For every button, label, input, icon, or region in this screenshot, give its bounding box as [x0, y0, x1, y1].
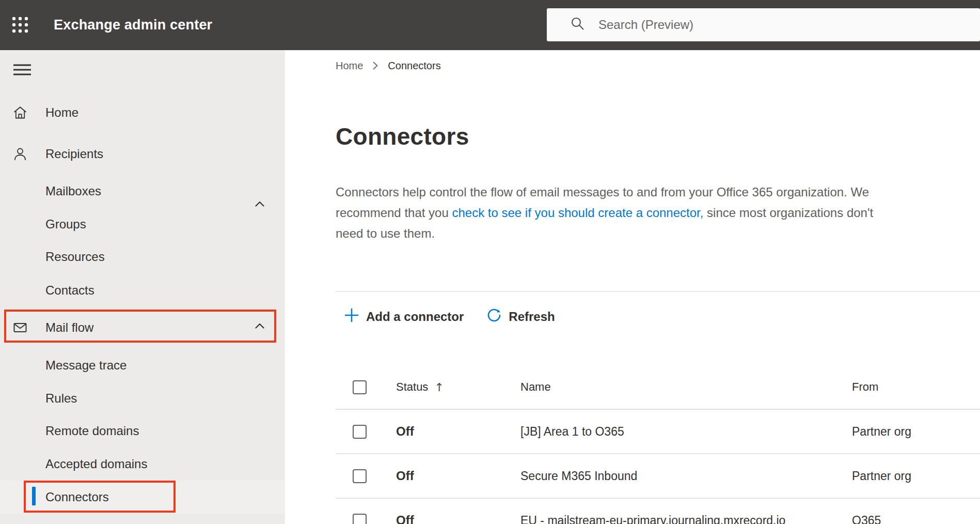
sidebar-item-home[interactable]: Home: [0, 96, 285, 129]
sidebar-item-message-trace[interactable]: Message trace: [0, 349, 285, 382]
main-content: Home Connectors Connectors Connectors he…: [285, 50, 980, 524]
search-icon: [547, 16, 586, 34]
row-checkbox[interactable]: [353, 514, 367, 524]
home-icon: [12, 105, 28, 120]
add-connector-button[interactable]: Add a connector: [344, 307, 464, 326]
sidebar-item-mail-flow[interactable]: Mail flow: [0, 311, 285, 344]
sidebar-item-label: Message trace: [45, 358, 127, 373]
connectors-table: Status ↑ Name From Off [JB] Area 1 to O3…: [336, 365, 980, 524]
breadcrumb: Home Connectors: [336, 59, 441, 72]
connector-status: Off: [396, 469, 520, 483]
select-all-checkbox[interactable]: [353, 380, 367, 394]
connector-from: Partner org: [852, 469, 980, 483]
sidebar-item-label: Home: [45, 105, 78, 120]
table-header-row: Status ↑ Name From: [336, 365, 980, 410]
sidebar-item-label: Mailboxes: [45, 184, 101, 198]
column-header-status[interactable]: Status ↑: [396, 380, 520, 394]
sidebar-item-label: Accepted domains: [45, 457, 147, 471]
connector-name: EU - mailstream-eu-primary.journaling.mx…: [520, 514, 852, 524]
table-row[interactable]: Off Secure M365 Inbound Partner org: [336, 454, 980, 499]
page-title: Connectors: [336, 122, 469, 150]
sidebar-item-connectors[interactable]: Connectors: [0, 481, 285, 514]
sidebar-item-mailboxes[interactable]: Mailboxes: [0, 175, 285, 208]
refresh-button[interactable]: Refresh: [486, 307, 555, 326]
create-connector-check-link[interactable]: check to see if you should create a conn…: [452, 206, 703, 220]
plus-icon: [344, 307, 359, 326]
sidebar-item-label: Resources: [45, 250, 105, 264]
toolbar: Add a connector Refresh: [344, 304, 555, 329]
sidebar-item-label: Connectors: [45, 490, 109, 504]
sidebar-item-label: Recipients: [45, 147, 103, 161]
sidebar-item-rules[interactable]: Rules: [0, 382, 285, 415]
search-input[interactable]: [586, 8, 980, 41]
toolbar-divider: [336, 291, 980, 292]
page-description: Connectors help control the flow of emai…: [336, 182, 980, 244]
sidebar-nav: Home Recipients Mailboxes Groups Resourc…: [0, 50, 285, 524]
sidebar-item-groups[interactable]: Groups: [0, 208, 285, 241]
connector-status: Off: [396, 424, 520, 439]
hamburger-icon: [12, 72, 33, 80]
row-checkbox[interactable]: [353, 469, 367, 483]
top-bar: Exchange admin center: [0, 0, 980, 50]
sidebar-item-label: Remote domains: [45, 424, 139, 438]
sidebar-item-remote-domains[interactable]: Remote domains: [0, 414, 285, 448]
person-icon: [12, 146, 28, 162]
sidebar-item-label: Rules: [45, 391, 77, 406]
breadcrumb-home[interactable]: Home: [336, 60, 363, 72]
refresh-icon: [486, 307, 502, 326]
connector-from: Partner org: [852, 425, 980, 439]
nav-collapse-button[interactable]: [12, 63, 33, 78]
sidebar-item-label: Groups: [45, 217, 86, 232]
add-connector-label: Add a connector: [366, 310, 464, 324]
app-launcher-button[interactable]: [7, 12, 33, 38]
breadcrumb-current: Connectors: [388, 60, 440, 72]
table-row[interactable]: Off [JB] Area 1 to O365 Partner org: [336, 410, 980, 454]
sidebar-item-contacts[interactable]: Contacts: [0, 274, 285, 307]
sidebar-item-label: Contacts: [45, 283, 94, 298]
search-box[interactable]: [547, 8, 980, 41]
waffle-icon: [11, 16, 29, 35]
app-title: Exchange admin center: [54, 0, 212, 50]
sidebar-item-label: Mail flow: [45, 320, 93, 335]
sidebar-item-accepted-domains[interactable]: Accepted domains: [0, 448, 285, 481]
mail-icon: [12, 320, 28, 335]
sidebar-item-recipients[interactable]: Recipients: [0, 137, 285, 171]
connector-status: Off: [396, 513, 520, 524]
chevron-up-icon[interactable]: [252, 319, 267, 333]
status-header-label: Status: [396, 380, 428, 394]
connector-name: Secure M365 Inbound: [520, 469, 852, 483]
selected-item-indicator: [32, 487, 36, 505]
table-row[interactable]: Off EU - mailstream-eu-primary.journalin…: [336, 499, 980, 524]
column-header-name[interactable]: Name: [520, 380, 852, 394]
connector-from: O365: [852, 514, 980, 524]
refresh-label: Refresh: [509, 310, 555, 324]
column-header-from[interactable]: From: [852, 380, 980, 394]
exchange-admin-center: Exchange admin center: [0, 0, 980, 524]
row-checkbox[interactable]: [353, 425, 367, 439]
connector-name: [JB] Area 1 to O365: [520, 425, 852, 439]
breadcrumb-chevron-icon: [370, 59, 381, 72]
sort-ascending-icon: ↑: [434, 381, 444, 394]
sidebar-item-resources[interactable]: Resources: [0, 240, 285, 273]
